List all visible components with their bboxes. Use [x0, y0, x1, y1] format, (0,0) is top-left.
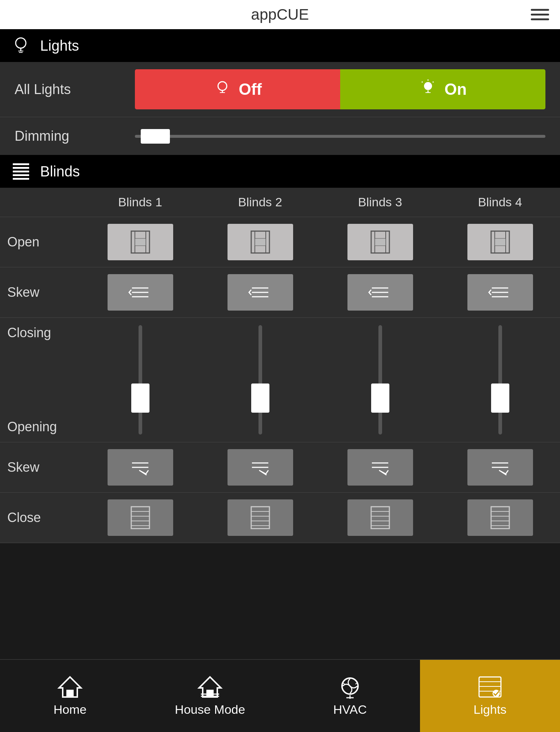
skew-down-icon-3 — [368, 458, 392, 478]
skew-top-cell-2 — [200, 274, 320, 311]
blinds-col-3-header: Blinds 3 — [320, 195, 440, 209]
off-icon — [213, 79, 232, 100]
skew-bottom-cell-2 — [200, 449, 320, 486]
open-row-label: Open — [0, 234, 80, 250]
svg-point-4 — [218, 82, 227, 90]
on-label: On — [444, 80, 467, 98]
blinds-section-header: Blinds — [0, 155, 560, 188]
svg-line-54 — [379, 470, 386, 475]
close-btn-4[interactable] — [467, 499, 533, 536]
home-icon — [57, 675, 83, 699]
close-btn-2[interactable] — [228, 499, 293, 536]
skew-top-cell-1 — [80, 274, 200, 311]
all-lights-label: All Lights — [15, 82, 124, 97]
closing-opening-row: Closing Opening — [0, 318, 560, 443]
skew-bottom-row-label: Skew — [0, 460, 80, 475]
blinds-col-2-header: Blinds 2 — [200, 195, 320, 209]
open-btn-1[interactable] — [108, 224, 173, 260]
skew-bottom-btn-3[interactable] — [347, 449, 413, 486]
dimmer-thumb[interactable] — [141, 129, 170, 144]
blinds-header-icon — [11, 161, 31, 182]
dimming-row: Dimming — [0, 117, 560, 155]
bottom-navigation: Home House Mode HVAC — [0, 659, 560, 732]
nav-house-mode[interactable]: House Mode — [140, 660, 280, 732]
skew-down-icon-2 — [248, 458, 272, 478]
on-icon — [419, 79, 437, 100]
open-cell-2 — [200, 224, 320, 260]
svg-rect-17 — [13, 178, 29, 180]
skew-icon-3 — [368, 283, 392, 303]
close-btn-3[interactable] — [347, 499, 413, 536]
svg-rect-15 — [13, 171, 29, 172]
hamburger-line-3 — [531, 19, 549, 20]
v-slider-1 — [129, 325, 151, 435]
app-title: appCUE — [251, 6, 309, 23]
v-slider-cell-3 — [320, 318, 440, 442]
blinds-section: Blinds 1 Blinds 2 Blinds 3 Blinds 4 Open — [0, 188, 560, 543]
v-slider-cell-1 — [80, 318, 200, 442]
skew-icon-2 — [248, 283, 272, 303]
skew-bottom-btn-2[interactable] — [228, 449, 293, 486]
v-track-2 — [258, 325, 262, 435]
lights-off-button[interactable]: Off — [135, 69, 340, 109]
open-blind-icon-4 — [489, 229, 511, 255]
skew-down-icon-1 — [128, 458, 152, 478]
v-thumb-1[interactable] — [131, 383, 149, 413]
skew-top-btn-1[interactable] — [108, 274, 173, 311]
open-cell-1 — [80, 224, 200, 260]
open-blind-icon-3 — [369, 229, 391, 255]
close-blind-icon-1 — [129, 505, 151, 530]
v-thumb-3[interactable] — [371, 383, 389, 413]
open-btn-2[interactable] — [228, 224, 293, 260]
nav-lights[interactable]: Lights — [420, 660, 560, 732]
v-slider-2 — [249, 325, 271, 435]
v-thumb-2[interactable] — [251, 383, 269, 413]
hvac-icon — [337, 675, 363, 699]
svg-line-10 — [422, 82, 423, 82]
nav-home[interactable]: Home — [0, 660, 140, 732]
skew-bottom-btn-1[interactable] — [108, 449, 173, 486]
close-btn-1[interactable] — [108, 499, 173, 536]
skew-top-btn-3[interactable] — [347, 274, 413, 311]
light-bulb-icon — [11, 36, 31, 56]
nav-hvac-label: HVAC — [333, 702, 367, 717]
close-cell-2 — [200, 499, 320, 536]
open-blind-icon-1 — [129, 229, 151, 255]
skew-bottom-btn-4[interactable] — [467, 449, 533, 486]
close-blind-icon-3 — [369, 505, 391, 530]
v-slider-3 — [369, 325, 391, 435]
hamburger-line-1 — [531, 9, 549, 11]
menu-button[interactable] — [531, 9, 549, 20]
close-blind-icon-4 — [489, 505, 511, 530]
svg-line-51 — [259, 470, 267, 475]
lights-on-button[interactable]: On — [340, 69, 545, 109]
lights-toggle-group: Off On — [135, 69, 545, 109]
blinds-col-4-header: Blinds 4 — [440, 195, 560, 209]
v-thumb-4[interactable] — [491, 383, 509, 413]
svg-point-0 — [16, 38, 26, 48]
open-btn-3[interactable] — [347, 224, 413, 260]
dimming-label: Dimming — [15, 128, 124, 144]
blinds-column-headers: Blinds 1 Blinds 2 Blinds 3 Blinds 4 — [0, 188, 560, 217]
skew-icon-4 — [488, 283, 512, 303]
open-btn-4[interactable] — [467, 224, 533, 260]
lights-section-label: Lights — [40, 38, 79, 54]
nav-lights-icon — [477, 675, 503, 699]
open-cell-4 — [440, 224, 560, 260]
open-cell-3 — [320, 224, 440, 260]
v-track-3 — [378, 325, 382, 435]
skew-bottom-cell-1 — [80, 449, 200, 486]
nav-hvac[interactable]: HVAC — [280, 660, 420, 732]
skew-bottom-cell-4 — [440, 449, 560, 486]
house-mode-icon — [197, 675, 223, 699]
skew-top-btn-2[interactable] — [228, 274, 293, 311]
svg-rect-79 — [66, 690, 74, 697]
hamburger-line-2 — [531, 14, 549, 16]
svg-line-57 — [499, 470, 506, 475]
blinds-open-row: Open — [0, 217, 560, 268]
skew-bottom-cell-3 — [320, 449, 440, 486]
skew-top-cell-3 — [320, 274, 440, 311]
svg-rect-25 — [255, 238, 266, 246]
skew-top-btn-4[interactable] — [467, 274, 533, 311]
blinds-close-row: Close — [0, 493, 560, 543]
